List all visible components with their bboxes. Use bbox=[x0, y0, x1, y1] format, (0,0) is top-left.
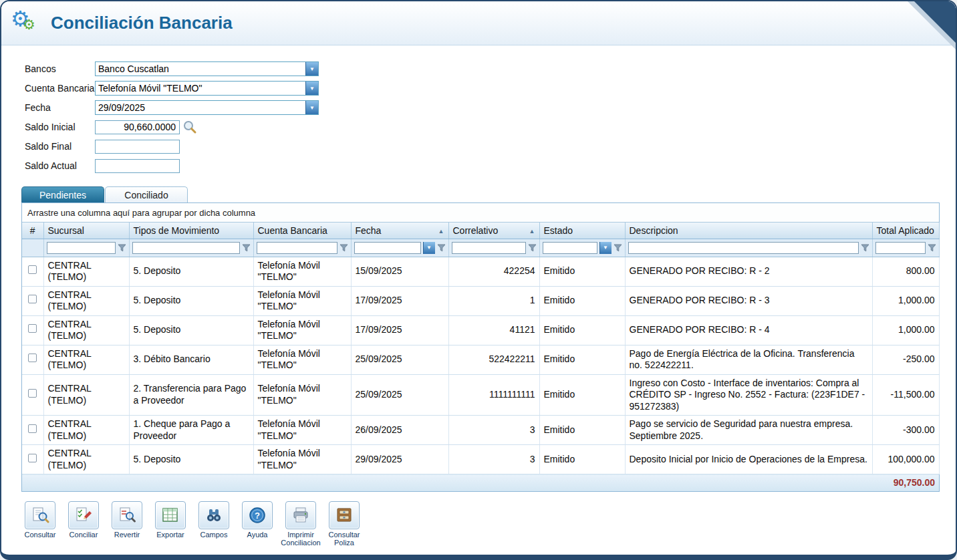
revertir-button[interactable]: Revertir bbox=[108, 501, 146, 539]
total-aplicado-sum: 90,750.00 bbox=[872, 474, 939, 491]
filter-funnel-icon[interactable] bbox=[339, 244, 348, 252]
column-header-correlativo[interactable]: Correlativo ▲ bbox=[448, 223, 539, 239]
fecha-select[interactable]: 29/09/2025 ▼ bbox=[95, 100, 319, 115]
filter-funnel-icon[interactable] bbox=[242, 244, 251, 252]
filter-funnel-icon[interactable] bbox=[613, 244, 622, 252]
conciliar-button[interactable]: Conciliar bbox=[65, 501, 102, 539]
cell-cuenta-bancaria: Telefonía Móvil "TELMO" bbox=[253, 374, 351, 416]
cell-fecha: 15/09/2025 bbox=[351, 257, 448, 286]
row-checkbox[interactable] bbox=[28, 324, 37, 333]
table-row[interactable]: CENTRAL (TELMO) 5. Deposito Telefonía Mó… bbox=[22, 286, 939, 315]
row-checkbox[interactable] bbox=[28, 354, 37, 362]
filter-total-input[interactable] bbox=[875, 242, 926, 254]
imprimir-conciliacion-button[interactable]: Imprimir Conciliacion bbox=[282, 501, 319, 547]
saldo-inicial-input[interactable] bbox=[95, 120, 180, 134]
saldo-actual-input[interactable] bbox=[95, 159, 180, 173]
row-checkbox[interactable] bbox=[28, 389, 37, 398]
column-header-cuenta-bancaria[interactable]: Cuenta Bancaria bbox=[253, 223, 351, 239]
cell-sucursal: CENTRAL (TELMO) bbox=[43, 315, 129, 345]
sort-asc-icon: ▲ bbox=[529, 228, 535, 235]
cell-sucursal: CENTRAL (TELMO) bbox=[43, 257, 129, 286]
fecha-value: 29/09/2025 bbox=[96, 101, 305, 114]
cell-estado: Emitido bbox=[539, 315, 625, 345]
column-header-tipos-de-movimiento[interactable]: Tipos de Movimiento bbox=[129, 223, 253, 239]
toolbar: Consultar Conciliar bbox=[21, 501, 956, 547]
cell-sucursal: CENTRAL (TELMO) bbox=[43, 416, 129, 445]
column-header-sucursal[interactable]: Sucursal bbox=[43, 223, 129, 239]
row-checkbox[interactable] bbox=[28, 424, 37, 433]
group-by-bar[interactable]: Arrastre una columna aquí para agrupar p… bbox=[22, 203, 939, 223]
table-row[interactable]: CENTRAL (TELMO) 1. Cheque para Pago a Pr… bbox=[22, 416, 939, 445]
cuenta-bancaria-select[interactable]: Telefonía Móvil "TELMO" ▼ bbox=[95, 81, 319, 96]
table-row[interactable]: CENTRAL (TELMO) 5. Deposito Telefonía Mó… bbox=[22, 315, 939, 345]
chevron-down-icon[interactable]: ▼ bbox=[305, 101, 318, 114]
ayuda-button[interactable]: ? Ayuda bbox=[239, 501, 276, 539]
cell-fecha: 17/09/2025 bbox=[351, 286, 448, 315]
column-header-num[interactable]: # bbox=[22, 223, 43, 239]
cell-descripcion: GENERADO POR RECIBO: R - 2 bbox=[625, 257, 872, 286]
filter-estado-input[interactable] bbox=[543, 242, 597, 254]
cell-tipos-de-movimiento: 1. Cheque para Pago a Proveedor bbox=[129, 416, 253, 445]
saldo-final-input[interactable] bbox=[95, 140, 180, 154]
filter-fecha-input[interactable] bbox=[354, 242, 421, 254]
cell-correlativo: 41121 bbox=[448, 315, 539, 345]
gears-icon: ⚙⚙ bbox=[11, 9, 41, 38]
column-header-total-aplicado[interactable]: Total Aplicado bbox=[872, 223, 939, 239]
cell-estado: Emitido bbox=[539, 416, 625, 445]
filter-cell-num bbox=[22, 239, 43, 257]
cell-descripcion: Pago se servicio de Seguridad para nuest… bbox=[625, 416, 872, 445]
sort-asc-icon: ▲ bbox=[438, 228, 444, 235]
table-row[interactable]: CENTRAL (TELMO) 5. Deposito Telefonía Mó… bbox=[22, 445, 939, 474]
cell-cuenta-bancaria: Telefonía Móvil "TELMO" bbox=[253, 257, 351, 286]
cell-sucursal: CENTRAL (TELMO) bbox=[43, 445, 129, 474]
consultar-poliza-icon bbox=[329, 501, 360, 529]
cell-tipos-de-movimiento: 5. Deposito bbox=[129, 286, 253, 315]
filter-cuenta-input[interactable] bbox=[257, 242, 337, 254]
bancos-select[interactable]: Banco Cuscatlan ▼ bbox=[95, 61, 319, 76]
filter-correlativo-input[interactable] bbox=[452, 242, 526, 254]
table-row[interactable]: CENTRAL (TELMO) 3. Débito Bancario Telef… bbox=[22, 345, 939, 374]
consultar-button[interactable]: Consultar bbox=[21, 501, 59, 539]
exportar-button[interactable]: Exportar bbox=[152, 501, 189, 539]
column-header-estado[interactable]: Estado bbox=[539, 223, 625, 239]
cell-fecha: 26/09/2025 bbox=[351, 416, 448, 445]
cell-correlativo: 422254 bbox=[448, 257, 539, 286]
campos-button[interactable]: Campos bbox=[195, 501, 233, 539]
filter-sucursal-input[interactable] bbox=[47, 242, 116, 254]
filter-funnel-icon[interactable] bbox=[928, 244, 936, 252]
tab-conciliado[interactable]: Conciliado bbox=[105, 186, 188, 202]
cell-cuenta-bancaria: Telefonía Móvil "TELMO" bbox=[253, 315, 351, 345]
cell-correlativo: 1111111111 bbox=[448, 374, 539, 416]
row-checkbox[interactable] bbox=[28, 454, 37, 462]
tab-pendientes[interactable]: Pendientes bbox=[21, 186, 104, 202]
filter-tipos-input[interactable] bbox=[132, 242, 240, 254]
row-checkbox[interactable] bbox=[28, 265, 37, 274]
filter-funnel-icon[interactable] bbox=[861, 244, 869, 252]
column-header-descripcion[interactable]: Descripcion bbox=[625, 223, 872, 239]
campos-icon bbox=[198, 501, 229, 529]
lookup-magnifier-icon[interactable] bbox=[182, 120, 197, 134]
row-checkbox[interactable] bbox=[28, 295, 37, 303]
cell-tipos-de-movimiento: 5. Deposito bbox=[129, 257, 253, 286]
filter-funnel-icon[interactable] bbox=[437, 244, 446, 252]
filter-descripcion-input[interactable] bbox=[628, 242, 859, 254]
header-row: # Sucursal Tipos de Movimiento Cuenta Ba… bbox=[22, 223, 939, 239]
table-row[interactable]: CENTRAL (TELMO) 2. Transferencia para Pa… bbox=[22, 374, 939, 416]
exportar-icon bbox=[155, 501, 186, 529]
filter-estado-dropdown-icon[interactable]: ▼ bbox=[599, 242, 611, 254]
movements-table: # Sucursal Tipos de Movimiento Cuenta Ba… bbox=[22, 223, 940, 491]
filter-funnel-icon[interactable] bbox=[118, 244, 126, 252]
consultar-poliza-button[interactable]: Consultar Poliza bbox=[325, 501, 363, 547]
filter-fecha-dropdown-icon[interactable]: ▼ bbox=[423, 242, 435, 254]
filter-funnel-icon[interactable] bbox=[528, 244, 537, 252]
cell-cuenta-bancaria: Telefonía Móvil "TELMO" bbox=[253, 345, 351, 374]
cell-descripcion: Pago de Energía Eléctrica de la Oficina.… bbox=[625, 345, 872, 374]
filter-form: Bancos Banco Cuscatlan ▼ Cuenta Bancaria… bbox=[1, 45, 956, 173]
chevron-down-icon[interactable]: ▼ bbox=[305, 62, 318, 76]
column-header-fecha[interactable]: Fecha ▲ bbox=[351, 223, 448, 239]
cell-cuenta-bancaria: Telefonía Móvil "TELMO" bbox=[253, 416, 351, 445]
cuenta-bancaria-value: Telefonía Móvil "TELMO" bbox=[96, 82, 305, 95]
chevron-down-icon[interactable]: ▼ bbox=[305, 82, 318, 95]
saldo-inicial-label: Saldo Inicial bbox=[25, 122, 95, 132]
table-row[interactable]: CENTRAL (TELMO) 5. Deposito Telefonía Mó… bbox=[22, 257, 939, 286]
